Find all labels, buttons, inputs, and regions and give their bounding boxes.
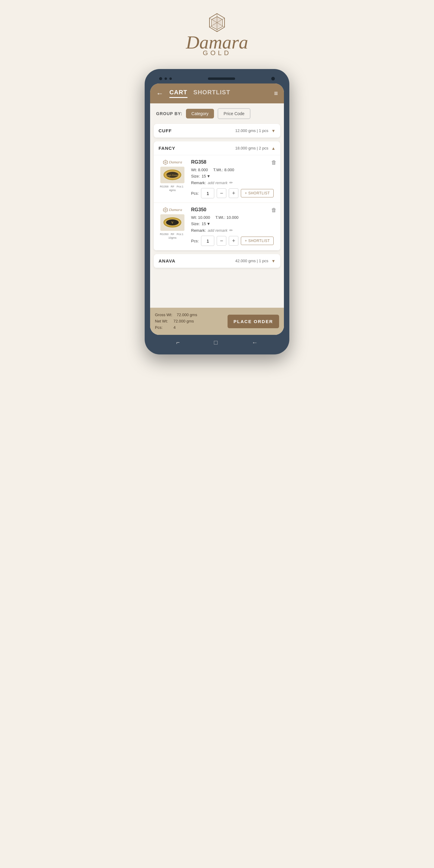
- cuff-category-name: CUFF: [158, 128, 172, 133]
- order-summary: Gross Wt: 72.000 gms Net Wt: 72.000 gms …: [155, 312, 224, 331]
- rg358-pcs-input[interactable]: [201, 188, 214, 198]
- twt-label-rg350: T.Wt.:: [216, 215, 227, 220]
- app-header: ← CART SHORTLIST ≡: [150, 84, 284, 103]
- product-rg358-brand: Damara: [163, 159, 182, 165]
- camera-right: [271, 77, 275, 81]
- rg358-decrease-button[interactable]: −: [217, 188, 226, 198]
- price-code-filter-button[interactable]: Price Code: [218, 108, 250, 119]
- product-rg350: Damara V RG350 RF Pcs:1 10gms: [154, 203, 280, 250]
- pcs-label-rg358: Pcs:: [191, 191, 198, 195]
- content-spacer: [150, 272, 284, 308]
- product-rg358: Damara High Finish RG358 RF Pcs:1: [154, 155, 280, 203]
- phone-speaker: [208, 78, 235, 80]
- pcs-label-rg350: Pcs:: [191, 239, 198, 243]
- rg350-increase-button[interactable]: +: [229, 236, 239, 246]
- wt-label-rg350: Wt:: [191, 215, 198, 220]
- product-rg358-label: RG358 RF Pcs:1 4gms: [157, 185, 187, 192]
- product-rg350-brand: Damara: [163, 207, 182, 213]
- product-rg358-image-area: Damara High Finish RG358 RF Pcs:1: [157, 159, 187, 198]
- camera-dot-1: [159, 77, 162, 80]
- product-rg358-size-row: Size: 15 ▼: [191, 174, 277, 179]
- fancy-category-name: FANCY: [158, 146, 176, 151]
- back-button[interactable]: ←: [156, 89, 163, 98]
- nav-home-icon[interactable]: □: [214, 339, 218, 346]
- net-wt-label: Net Wt:: [155, 319, 168, 323]
- rg358-wt-value: 8.000: [198, 167, 208, 172]
- remark-label-rg350: Remark:: [191, 228, 206, 233]
- app-content: GROUP BY: Category Price Code CUFF 12.00…: [150, 103, 284, 335]
- product-rg350-details: RG350 🗑 Wt: 10.000 T.Wt.: 10.000 Size: 1…: [191, 207, 277, 246]
- gross-wt-value: 72.000 gms: [177, 313, 197, 317]
- anava-category-card: ANAVA 42.000 gms | 1 pcs ▼: [154, 254, 280, 268]
- app-logo: Damara GOLD: [186, 12, 248, 57]
- camera-dot-2: [164, 78, 167, 80]
- size-label: Size:: [191, 174, 200, 179]
- product-rg350-label: RG350 RF Pcs:1 10gms: [157, 233, 187, 240]
- place-order-button[interactable]: PLACE ORDER: [227, 315, 279, 328]
- rg350-shortlist-button[interactable]: + SHORTLIST: [241, 237, 274, 245]
- anava-category-info: 42.000 gms | 1 pcs ▼: [236, 258, 276, 264]
- delete-rg350-button[interactable]: 🗑: [271, 207, 277, 213]
- anava-category-header[interactable]: ANAVA 42.000 gms | 1 pcs ▼: [154, 254, 280, 268]
- rg350-edit-icon[interactable]: ✏: [229, 228, 233, 233]
- net-wt-line: Net Wt: 72.000 gms: [155, 318, 224, 324]
- rg358-twt-value: 8.000: [224, 167, 234, 172]
- rg350-twt-value: 10.000: [227, 215, 239, 220]
- rg350-size-dropdown[interactable]: 15 ▼: [202, 221, 210, 226]
- bottom-bar: Gross Wt: 72.000 gms Net Wt: 72.000 gms …: [150, 308, 284, 335]
- product-rg350-remark-row: Remark: add remark ✏: [191, 228, 277, 233]
- anava-arrow: ▼: [271, 258, 276, 264]
- product-rg350-ring-image: V: [160, 214, 184, 231]
- product-rg350-image-area: Damara V RG350 RF Pcs:1 10gms: [157, 207, 187, 246]
- rg358-increase-button[interactable]: +: [229, 188, 239, 198]
- gross-wt-label: Gross Wt:: [155, 313, 173, 317]
- remark-label: Remark:: [191, 181, 206, 185]
- product-rg358-weight: Wt: 8.000 T.Wt.: 8.000: [191, 167, 277, 172]
- phone-frame: ← CART SHORTLIST ≡ GROUP BY: Category Pr…: [145, 69, 289, 354]
- product-rg350-size-row: Size: 15 ▼: [191, 221, 277, 226]
- cuff-weight: 12.000 gms | 1 pcs: [236, 128, 269, 133]
- delete-rg358-button[interactable]: 🗑: [271, 159, 277, 166]
- group-by-row: GROUP BY: Category Price Code: [150, 103, 284, 124]
- product-rg358-code: RG358: [191, 159, 207, 165]
- pcs-line: Pcs: 4: [155, 324, 224, 331]
- nav-back-icon[interactable]: ⌐: [176, 339, 180, 346]
- rg358-size-dropdown[interactable]: 15 ▼: [202, 174, 210, 179]
- camera-left: [159, 77, 172, 80]
- product-rg350-code: RG350: [191, 207, 207, 213]
- nav-recent-icon[interactable]: ←: [252, 339, 258, 346]
- product-rg358-details: RG358 🗑 Wt: 8.000 T.Wt.: 8.000 Size: 15: [191, 159, 277, 198]
- rg358-size-value: 15: [202, 174, 206, 179]
- menu-button[interactable]: ≡: [274, 90, 278, 97]
- net-wt-value: 72.000 gms: [173, 319, 194, 323]
- brand-name: Damara: [186, 33, 248, 52]
- rg350-wt-value: 10.000: [198, 215, 210, 220]
- product-rg358-title-row: RG358 🗑: [191, 159, 277, 166]
- pcs-summary-label: Pcs:: [155, 325, 162, 330]
- product-rg358-ring-image: High Finish: [160, 167, 184, 183]
- fancy-category-info: 18.000 gms | 2 pcs ▲: [236, 146, 276, 151]
- rg358-edit-icon[interactable]: ✏: [229, 180, 233, 185]
- rg350-size-value: 15: [202, 221, 206, 226]
- anava-category-name: ANAVA: [158, 258, 176, 264]
- category-filter-button[interactable]: Category: [186, 109, 214, 119]
- product-rg350-title-row: RG350 🗑: [191, 207, 277, 213]
- cuff-category-card: CUFF 12.000 gms | 1 pcs ▼: [154, 124, 280, 138]
- rg350-decrease-button[interactable]: −: [217, 236, 226, 246]
- product-rg358-brand-name: Damara: [169, 160, 182, 164]
- product-rg358-remark-row: Remark: add remark ✏: [191, 180, 277, 185]
- shortlist-tab[interactable]: SHORTLIST: [193, 89, 230, 98]
- rg350-pcs-input[interactable]: [201, 236, 214, 246]
- fancy-category-header[interactable]: FANCY 18.000 gms | 2 pcs ▲: [154, 141, 280, 155]
- gross-wt-line: Gross Wt: 72.000 gms: [155, 312, 224, 318]
- camera-dot-3: [169, 78, 172, 80]
- cuff-category-header[interactable]: CUFF 12.000 gms | 1 pcs ▼: [154, 124, 280, 138]
- header-tabs: CART SHORTLIST: [169, 89, 268, 98]
- rg358-size-arrow: ▼: [207, 174, 210, 179]
- rg358-shortlist-button[interactable]: + SHORTLIST: [241, 189, 274, 197]
- product-rg358-pcs-row: Pcs: − + + SHORTLIST: [191, 188, 277, 198]
- rg358-remark-link[interactable]: add remark: [208, 181, 227, 185]
- cart-tab[interactable]: CART: [169, 89, 187, 98]
- rg350-remark-link[interactable]: add remark: [208, 228, 227, 233]
- wt-label: Wt:: [191, 167, 198, 172]
